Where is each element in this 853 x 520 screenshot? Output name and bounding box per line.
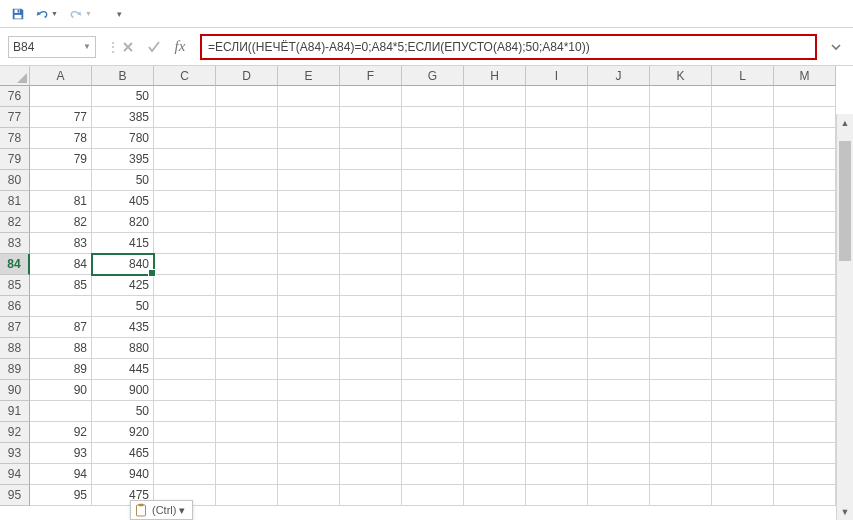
cell[interactable] [216,233,278,254]
cell[interactable] [30,401,92,422]
cell[interactable] [712,338,774,359]
cell[interactable] [526,317,588,338]
cell[interactable] [464,128,526,149]
cell[interactable] [464,212,526,233]
column-header[interactable]: K [650,66,712,86]
cell[interactable] [278,317,340,338]
cell[interactable] [154,128,216,149]
cell[interactable] [774,149,836,170]
cell[interactable] [774,380,836,401]
customize-qat-button[interactable]: ▾ [107,3,131,25]
cell[interactable] [712,464,774,485]
cell[interactable]: 50 [92,170,154,191]
cell[interactable] [464,107,526,128]
cell[interactable] [650,107,712,128]
scroll-down-button[interactable]: ▼ [837,503,853,520]
expand-formula-bar-button[interactable] [825,36,847,58]
cell[interactable] [402,317,464,338]
column-header[interactable]: M [774,66,836,86]
cell[interactable]: 87 [30,317,92,338]
cell[interactable]: 78 [30,128,92,149]
cell[interactable] [464,359,526,380]
cell[interactable] [154,107,216,128]
cell[interactable] [340,107,402,128]
cell[interactable] [154,170,216,191]
cell[interactable] [216,128,278,149]
cell[interactable] [712,128,774,149]
cell[interactable] [774,170,836,191]
cell[interactable] [526,359,588,380]
cell[interactable] [774,401,836,422]
cell[interactable] [712,359,774,380]
cell[interactable] [588,149,650,170]
cell[interactable] [216,191,278,212]
cell[interactable] [402,401,464,422]
cell[interactable] [278,422,340,443]
cell[interactable] [154,191,216,212]
cell[interactable] [712,380,774,401]
cell[interactable] [154,296,216,317]
cell[interactable] [774,254,836,275]
cell[interactable]: 94 [30,464,92,485]
row-header[interactable]: 76 [0,86,30,107]
cell[interactable] [464,338,526,359]
cell[interactable] [774,86,836,107]
redo-button[interactable]: ▼ [66,3,98,25]
cell[interactable]: 880 [92,338,154,359]
cell[interactable] [402,338,464,359]
row-header[interactable]: 92 [0,422,30,443]
cell[interactable] [712,170,774,191]
enter-edit-button[interactable] [142,36,166,58]
cell[interactable] [154,401,216,422]
cell[interactable] [712,107,774,128]
undo-button[interactable]: ▼ [32,3,64,25]
column-header[interactable]: G [402,66,464,86]
cell[interactable] [588,107,650,128]
cell[interactable] [712,296,774,317]
cell[interactable] [588,296,650,317]
cell[interactable] [464,191,526,212]
cell[interactable] [650,380,712,401]
paste-options-button[interactable]: (Ctrl) ▾ [130,500,193,520]
scroll-thumb[interactable] [839,141,851,261]
cell[interactable] [402,107,464,128]
cell[interactable]: 920 [92,422,154,443]
cell[interactable] [588,170,650,191]
cell[interactable] [526,485,588,506]
cell[interactable] [340,86,402,107]
cell[interactable] [402,149,464,170]
cell[interactable] [154,464,216,485]
cell[interactable] [278,107,340,128]
cell[interactable] [402,233,464,254]
scroll-track[interactable] [837,131,853,503]
cell[interactable] [588,317,650,338]
cell[interactable] [340,233,402,254]
cell[interactable] [588,422,650,443]
cell[interactable] [712,149,774,170]
cell[interactable] [216,317,278,338]
cell[interactable] [712,401,774,422]
cell[interactable]: 90 [30,380,92,401]
cell[interactable] [402,422,464,443]
cell[interactable] [774,191,836,212]
column-header[interactable]: H [464,66,526,86]
vertical-scrollbar[interactable]: ▲ ▼ [836,114,853,520]
cell[interactable]: 435 [92,317,154,338]
column-header[interactable]: D [216,66,278,86]
column-header[interactable]: J [588,66,650,86]
cell[interactable] [464,401,526,422]
cell[interactable] [464,254,526,275]
cell[interactable] [774,464,836,485]
cell[interactable] [712,317,774,338]
cell[interactable] [402,443,464,464]
cell[interactable]: 82 [30,212,92,233]
cell[interactable]: 840 [92,254,154,275]
cell[interactable] [774,422,836,443]
cell[interactable] [588,254,650,275]
cell[interactable] [154,275,216,296]
cell[interactable] [216,422,278,443]
cell[interactable] [712,422,774,443]
cell[interactable] [402,170,464,191]
cell[interactable]: 445 [92,359,154,380]
cell[interactable] [588,443,650,464]
